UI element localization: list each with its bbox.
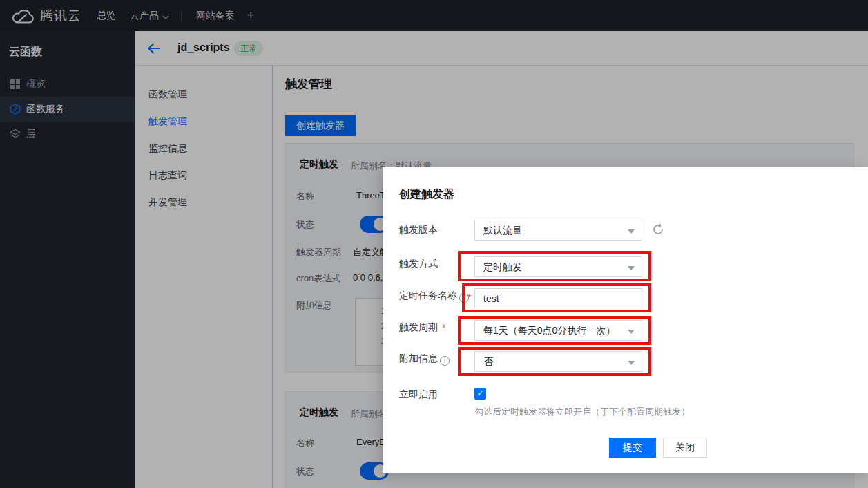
trigger-period-select[interactable]: 每1天（每天0点0分执行一次） <box>474 320 642 341</box>
create-trigger-dialog: 创建触发器 触发版本 默认流量 触发方式 定时触发 定时任务名称i * 触发周期… <box>383 167 868 473</box>
timer-task-name-label: 定时任务名称i <box>399 290 469 303</box>
enable-now-hint: 勾选后定时触发器将立即开启（于下个配置周期触发） <box>474 406 690 418</box>
required-asterisk: * <box>467 292 471 303</box>
required-asterisk: * <box>442 322 445 333</box>
trigger-type-select[interactable]: 定时触发 <box>474 256 642 277</box>
trigger-version-label: 触发版本 <box>399 224 438 236</box>
dialog-title: 创建触发器 <box>399 187 454 202</box>
trigger-type-label: 触发方式 <box>399 258 438 270</box>
trigger-period-label: 触发周期 <box>399 321 438 334</box>
enable-now-label: 立即启用 <box>399 388 438 401</box>
submit-button[interactable]: 提交 <box>609 438 656 458</box>
chevron-down-icon <box>628 361 635 365</box>
info-icon: i <box>440 356 450 366</box>
chevron-down-icon <box>628 330 635 334</box>
close-button[interactable]: 关闭 <box>663 438 707 458</box>
timer-task-name-input[interactable] <box>474 288 642 308</box>
chevron-down-icon <box>628 266 635 270</box>
additional-info-select[interactable]: 否 <box>474 351 642 372</box>
additional-info-label: 附加信息i <box>399 353 450 366</box>
trigger-version-select[interactable]: 默认流量 <box>474 220 642 241</box>
chevron-down-icon <box>628 229 635 234</box>
refresh-icon[interactable] <box>651 223 665 236</box>
enable-now-checkbox[interactable]: ✓ <box>474 388 486 400</box>
